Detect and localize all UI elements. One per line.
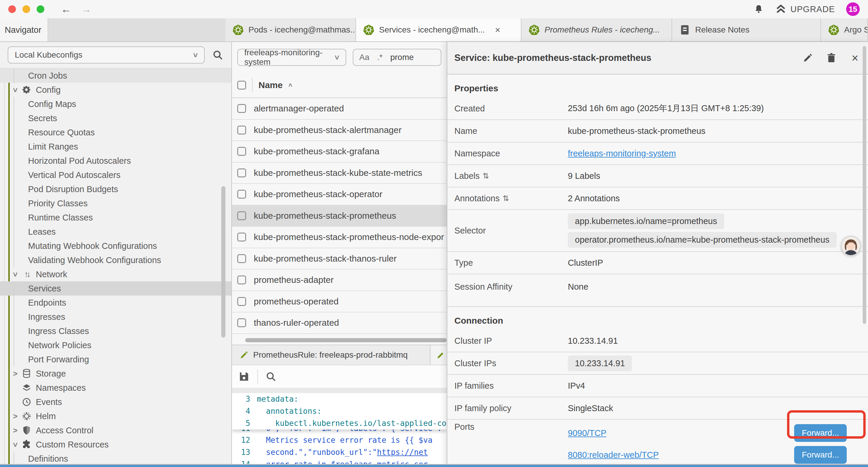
tab-prometheus[interactable]: Prometheus Rules - icecheng... xyxy=(522,18,672,41)
tab-pods[interactable]: Pods - icecheng@mathmas... xyxy=(225,18,356,41)
match-case-toggle[interactable]: Aa xyxy=(359,53,369,62)
port-link[interactable]: 8080:reloader-web/TCP xyxy=(568,450,659,460)
sidebar-item-validating-webhook-configurations[interactable]: Validating Webhook Configurations xyxy=(0,253,231,267)
row-checkbox[interactable] xyxy=(237,211,246,220)
avatar[interactable] xyxy=(841,236,861,256)
row-checkbox[interactable] xyxy=(237,104,246,113)
sidebar-item-config-maps[interactable]: Config Maps xyxy=(0,97,231,111)
sidebar-item-custom-resources[interactable]: >Custom Resources xyxy=(0,437,231,451)
editor-tab-prometheusrule[interactable]: PrometheusRule: freeleaps-prod-rabbitmq xyxy=(232,345,430,365)
sidebar-item-events[interactable]: >Events xyxy=(0,395,231,409)
sidebar-item-namespaces[interactable]: >Namespaces xyxy=(0,381,231,395)
forward-button[interactable]: Forward... xyxy=(794,446,847,464)
row-checkbox[interactable] xyxy=(237,147,246,156)
back-arrow-icon[interactable]: ← xyxy=(61,4,71,14)
namespace-filter-selector[interactable]: freeleaps-monitoring-system > xyxy=(237,49,346,66)
sidebar-search-icon[interactable] xyxy=(212,49,224,61)
edit-icon[interactable] xyxy=(802,52,814,64)
service-row-kube-prometheus-stack-operator[interactable]: kube-prometheus-stack-operator xyxy=(232,184,447,205)
service-row-kube-prometheus-stack-alertmanager[interactable]: kube-prometheus-stack-alertmanager xyxy=(232,120,447,141)
service-row-kube-prometheus-stack-prometheus[interactable]: kube-prometheus-stack-prometheus xyxy=(232,205,447,227)
sidebar-item-pod-disruption-budgets[interactable]: Pod Disruption Budgets xyxy=(0,182,231,196)
notification-badge[interactable]: 15 xyxy=(846,2,860,16)
chevron-right-icon[interactable]: > xyxy=(13,369,18,378)
sidebar-item-secrets[interactable]: Secrets xyxy=(0,111,231,125)
row-checkbox[interactable] xyxy=(237,275,246,284)
maximize-window-button[interactable] xyxy=(37,5,44,13)
sidebar-item-cron-jobs[interactable]: Cron Jobs xyxy=(0,68,231,83)
editor-tab-next[interactable] xyxy=(430,345,447,365)
chevron-right-icon[interactable]: > xyxy=(13,412,18,421)
namespace-link[interactable]: freeleaps-monitoring-system xyxy=(568,149,676,158)
editor-scroll-strip[interactable] xyxy=(232,388,447,393)
sidebar-item-resource-quotas[interactable]: Resource Quotas xyxy=(0,125,231,140)
close-window-button[interactable] xyxy=(8,5,16,13)
close-icon[interactable]: × xyxy=(849,52,861,64)
sidebar-item-config[interactable]: >Config xyxy=(0,83,231,97)
sidebar-item-access-control[interactable]: >Access Control xyxy=(0,423,231,437)
delete-icon[interactable] xyxy=(826,52,837,64)
row-checkbox[interactable] xyxy=(237,126,246,135)
sidebar-item-storage[interactable]: >Storage xyxy=(0,367,231,381)
sidebar-tab-navigator[interactable]: Navigator xyxy=(0,18,48,41)
service-row-prometheus-adapter[interactable]: prometheus-adapter xyxy=(232,269,447,291)
sidebar-item-horizontal-pod-autoscalers[interactable]: Horizontal Pod Autoscalers xyxy=(0,154,231,168)
sidebar-item-endpoints[interactable]: Endpoints xyxy=(0,296,231,310)
service-row-prometheus-operated[interactable]: prometheus-operated xyxy=(232,291,447,313)
service-row-kube-prometheus-stack-grafana[interactable]: kube-prometheus-stack-grafana xyxy=(232,141,447,163)
row-checkbox[interactable] xyxy=(237,318,246,327)
bell-icon[interactable] xyxy=(753,4,764,14)
sidebar-item-priority-classes[interactable]: Priority Classes xyxy=(0,196,231,210)
sidebar-item-ingresses[interactable]: Ingresses xyxy=(0,310,231,324)
regex-toggle[interactable]: .* xyxy=(377,53,382,62)
chevron-down-icon[interactable]: > xyxy=(11,87,20,92)
row-checkbox[interactable] xyxy=(237,297,246,306)
sort-toggle-icon[interactable]: ⇅ xyxy=(502,194,509,203)
tab-services[interactable]: Services - icecheng@math...× xyxy=(356,18,522,41)
sidebar-item-limit-ranges[interactable]: Limit Ranges xyxy=(0,140,231,154)
kubeconfig-selector[interactable]: Local Kubeconfigs > xyxy=(8,47,205,63)
sort-asc-icon[interactable]: > xyxy=(286,83,294,87)
close-tab-icon[interactable]: × xyxy=(495,25,500,35)
sidebar-item-vertical-pod-autoscalers[interactable]: Vertical Pod Autoscalers xyxy=(0,168,231,182)
forward-arrow-icon[interactable]: → xyxy=(81,4,92,14)
sidebar-item-network-policies[interactable]: Network Policies xyxy=(0,338,231,352)
sidebar-item-network[interactable]: >↑↓Network xyxy=(0,267,231,282)
name-column-header[interactable]: Name xyxy=(258,80,283,90)
horizontal-scrollbar[interactable] xyxy=(232,338,447,342)
sidebar-item-leases[interactable]: Leases xyxy=(0,225,231,239)
sidebar-item-services[interactable]: Services xyxy=(0,282,231,296)
yaml-editor[interactable]: 11 0", "for": "1m", "labels": {"service"… xyxy=(232,393,447,467)
row-checkbox[interactable] xyxy=(237,190,246,199)
service-row-kube-prometheus-stack-prometheus-node-expor[interactable]: kube-prometheus-stack-prometheus-node-ex… xyxy=(232,227,447,248)
resource-search-input[interactable]: Aa .* prome xyxy=(353,49,441,66)
service-row-thanos-ruler-operated[interactable]: thanos-ruler-operated xyxy=(232,313,447,334)
tab-argo[interactable]: Argo Se xyxy=(821,18,868,41)
select-all-checkbox[interactable] xyxy=(237,81,246,90)
service-row-kube-prometheus-stack-thanos-ruler[interactable]: kube-prometheus-stack-thanos-ruler xyxy=(232,248,447,270)
sidebar-item-helm[interactable]: >Helm xyxy=(0,409,231,423)
sidebar-item-mutating-webhook-configurations[interactable]: Mutating Webhook Configurations xyxy=(0,239,231,253)
tab-release[interactable]: Release Notes xyxy=(672,18,821,41)
minimize-window-button[interactable] xyxy=(23,5,30,13)
upgrade-button[interactable]: UPGRADE xyxy=(775,4,835,15)
row-checkbox[interactable] xyxy=(237,169,246,177)
code-link[interactable]: https://net xyxy=(377,448,428,457)
editor-search-icon[interactable] xyxy=(265,371,277,382)
sidebar-scrollbar[interactable] xyxy=(221,186,225,338)
port-link[interactable]: 9090/TCP xyxy=(568,428,607,438)
service-row-kube-prometheus-stack-kube-state-metrics[interactable]: kube-prometheus-stack-kube-state-metrics xyxy=(232,163,447,184)
sidebar-item-ingress-classes[interactable]: Ingress Classes xyxy=(0,324,231,338)
chevron-down-icon[interactable]: > xyxy=(11,272,20,276)
row-checkbox[interactable] xyxy=(237,233,246,241)
forward-button[interactable]: Forward... xyxy=(794,424,847,442)
chevron-right-icon[interactable]: > xyxy=(13,426,18,435)
chevron-down-icon[interactable]: > xyxy=(11,442,20,447)
sort-toggle-icon[interactable]: ⇅ xyxy=(483,171,489,181)
sidebar-item-runtime-classes[interactable]: Runtime Classes xyxy=(0,210,231,225)
save-icon[interactable] xyxy=(238,370,250,383)
service-row-alertmanager-operated[interactable]: alertmanager-operated xyxy=(232,98,447,120)
sidebar-item-port-forwarding[interactable]: Port Forwarding xyxy=(0,352,231,367)
row-checkbox[interactable] xyxy=(237,254,246,263)
sidebar-item-definitions[interactable]: Definitions xyxy=(0,451,231,466)
